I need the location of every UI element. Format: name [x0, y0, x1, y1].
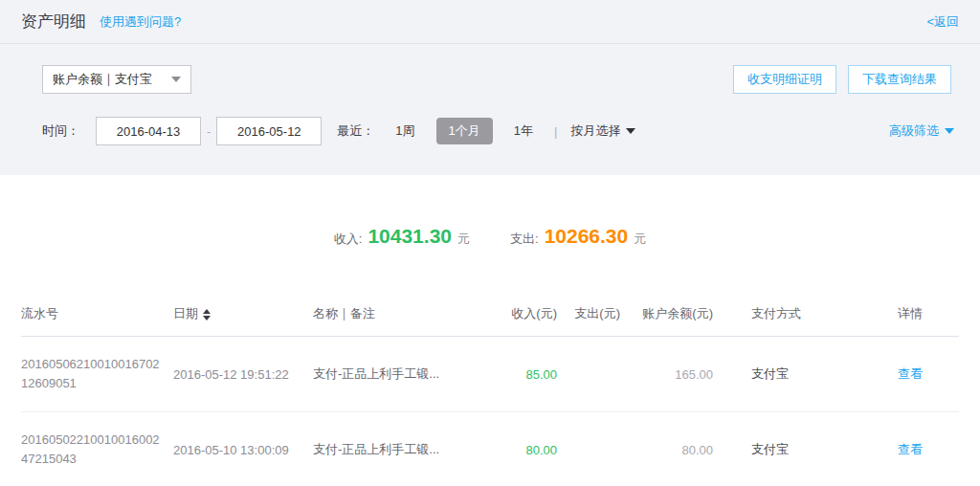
col-date-label: 日期: [173, 306, 198, 320]
range-1year[interactable]: 1年: [506, 118, 541, 144]
receipt-proof-button[interactable]: 收支明细证明: [733, 65, 836, 94]
chevron-down-icon: [171, 77, 181, 82]
transactions-table: 流水号 日期 名称｜备注 收入(元) 支出(元) 账户余额(元) 支付方式 详情…: [0, 298, 980, 486]
recent-label: 最近：: [337, 122, 374, 140]
header-buttons: 收支明细证明 下载查询结果: [733, 65, 951, 94]
col-balance: 账户余额(元): [620, 298, 713, 337]
cell-method: 支付宝: [713, 412, 866, 486]
cell-date: 2016-05-10 13:00:09: [173, 412, 313, 486]
date-to-input[interactable]: [216, 117, 322, 145]
page-title: 资产明细: [21, 11, 86, 33]
date-from-input[interactable]: [96, 117, 201, 145]
account-select-value: 账户余额｜支付宝: [53, 71, 152, 88]
income-value: 10431.30: [368, 225, 452, 248]
date-separator: -: [207, 124, 211, 139]
col-name: 名称｜备注: [313, 298, 502, 337]
cell-date: 2016-05-12 19:51:22: [173, 337, 313, 412]
back-link[interactable]: <返回: [926, 13, 959, 31]
view-detail-link[interactable]: 查看: [898, 366, 923, 381]
filter-section: 资产明细 使用遇到问题? <返回 账户余额｜支付宝 收支明细证明 下载查询结果 …: [0, 0, 980, 175]
col-detail: 详情: [866, 298, 959, 337]
cell-detail: 查看: [866, 412, 959, 486]
view-detail-link[interactable]: 查看: [898, 442, 923, 456]
help-link[interactable]: 使用遇到问题?: [100, 13, 181, 31]
table-row: 2016050621001001670212609051 2016-05-12 …: [21, 337, 959, 412]
month-select-label: 按月选择: [570, 122, 620, 140]
cell-serial: 2016050621001001670212609051: [21, 337, 173, 412]
income-unit: 元: [457, 231, 470, 248]
cell-income: 85.00: [502, 337, 557, 412]
col-serial: 流水号: [21, 298, 173, 337]
expense-total: 支出: 10266.30 元: [510, 225, 646, 248]
cell-name: 支付-正品上利手工锻...: [313, 337, 502, 412]
col-income: 收入(元): [502, 298, 557, 337]
col-date: 日期: [173, 298, 313, 337]
cell-serial: 2016050221001001600247215043: [21, 412, 173, 486]
cell-balance: 80.00: [620, 412, 713, 486]
cell-expense: [557, 337, 620, 412]
cell-detail: 查看: [866, 337, 959, 412]
income-total: 收入: 10431.30 元: [334, 225, 470, 248]
cell-expense: [557, 412, 620, 486]
col-expense: 支出(元): [557, 298, 620, 337]
month-select-dropdown[interactable]: 按月选择: [570, 122, 635, 140]
col-method: 支付方式: [713, 298, 866, 337]
chevron-down-icon: [945, 128, 954, 134]
range-divider: |: [554, 124, 557, 139]
totals-summary: 收入: 10431.30 元 支出: 10266.30 元: [0, 225, 980, 248]
cell-balance: 165.00: [620, 337, 713, 412]
expense-unit: 元: [634, 231, 646, 248]
advanced-filter-toggle[interactable]: 高级筛选: [889, 122, 954, 140]
account-select[interactable]: 账户余额｜支付宝: [42, 65, 191, 94]
cell-income: 80.00: [502, 412, 557, 486]
range-1month[interactable]: 1个月: [436, 118, 493, 144]
expense-label: 支出:: [510, 231, 539, 248]
income-label: 收入:: [334, 231, 363, 248]
cell-name: 支付-正品上利手工锻...: [313, 412, 502, 486]
time-label: 时间：: [42, 122, 79, 140]
time-filter-row: 时间： - 最近： 1周 1个月 1年 | 按月选择 高级筛选: [0, 117, 980, 145]
chevron-down-icon: [626, 128, 635, 134]
table-row: 2016050221001001600247215043 2016-05-10 …: [21, 412, 959, 486]
sort-icon[interactable]: [203, 309, 211, 320]
table-header-row: 流水号 日期 名称｜备注 收入(元) 支出(元) 账户余额(元) 支付方式 详情: [21, 298, 959, 337]
expense-value: 10266.30: [545, 225, 629, 248]
advanced-filter-label: 高级筛选: [889, 122, 939, 140]
download-results-button[interactable]: 下载查询结果: [848, 65, 951, 94]
cell-method: 支付宝: [713, 337, 866, 412]
page-header: 资产明细 使用遇到问题? <返回: [0, 0, 980, 44]
range-1week[interactable]: 1周: [388, 118, 422, 144]
account-filter-row: 账户余额｜支付宝 收支明细证明 下载查询结果: [0, 65, 980, 94]
